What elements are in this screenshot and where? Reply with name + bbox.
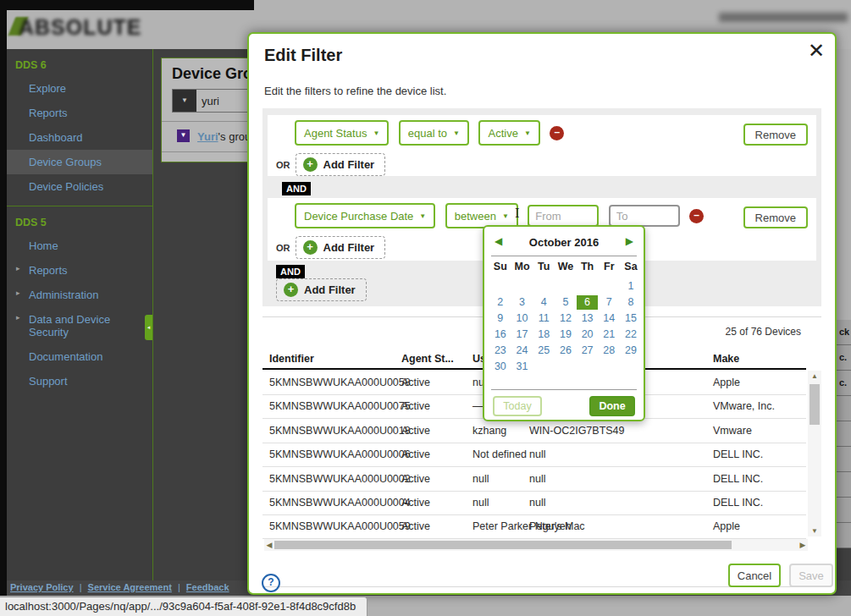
expand-arrow-icon[interactable]: ▸ [16,264,20,272]
footer-link-privacy-policy[interactable]: Privacy Policy [10,582,74,592]
sidebar-item-reports[interactable]: Reports [7,101,152,125]
footer-link-service-agreement[interactable]: Service Agreement [88,582,172,592]
calendar-day-19[interactable]: 19 [555,327,577,342]
date-to-input[interactable] [609,205,680,227]
save-button[interactable]: Save [789,564,833,587]
calendar-day-30[interactable]: 30 [489,360,511,374]
column-header-identifier[interactable]: Identifier [269,353,314,365]
sidebar-item-device-groups[interactable]: Device Groups [7,150,152,174]
add-filter-button[interactable]: +Add Filter [296,236,386,259]
calendar-day-1[interactable]: 1 [620,279,642,294]
calendar-day-18[interactable]: 18 [533,327,555,342]
filter-funnel-icon: ▼ [177,129,190,142]
table-row[interactable]: 5KMNSBWWUKAA000U0018ActivekzhangWIN-OC2I… [262,419,806,443]
value-dropdown[interactable]: Active▼ [478,120,539,146]
expand-arrow-icon[interactable]: ▸ [16,313,20,322]
sidebar-item-label: Device Groups [29,156,102,168]
sidebar-item-administration[interactable]: ▸Administration [7,283,152,307]
sidebar-item-explore[interactable]: Explore [7,76,152,101]
expand-arrow-icon[interactable]: ▸ [16,289,20,297]
horizontal-scrollbar[interactable]: ◀ ▶ [264,539,808,551]
column-header-make[interactable]: Make [713,353,739,365]
calendar-day-22[interactable]: 22 [620,327,642,342]
calendar-day-5[interactable]: 5 [555,295,577,310]
next-month-icon[interactable]: ▶ [626,235,633,247]
calendar-day-16[interactable]: 16 [489,327,511,342]
calendar-day-14[interactable]: 14 [598,311,620,326]
today-button[interactable]: Today [493,396,542,416]
scroll-left-icon[interactable]: ◀ [264,539,274,551]
sidebar-item-home[interactable]: Home [7,234,152,258]
calendar-day-12[interactable]: 12 [555,311,577,326]
search-filter-dropdown-icon[interactable]: ▼ [173,90,196,112]
sidebar-item-data-and-device-security[interactable]: ▸Data and Device Security [7,307,152,344]
table-cell: 5KMNSBWWUKAA000U0018 [269,425,411,437]
sidebar-item-dashboard[interactable]: Dashboard [7,125,152,150]
scroll-down-icon[interactable]: ▼ [808,527,821,535]
calendar-day-23[interactable]: 23 [489,344,511,358]
calendar-day-20[interactable]: 20 [577,327,599,342]
calendar-day-4[interactable]: 4 [533,295,555,310]
group-link[interactable]: Yuri [197,130,218,143]
sidebar-item-label: Reports [29,264,68,277]
table-row[interactable]: 5KMNSBWWUKAA000U0004ActivenullnullDELL I… [262,491,806,515]
vertical-scroll-thumb[interactable] [810,384,820,425]
table-row[interactable]: 5KMNSBWWUKAA000U0006ActiveNot definednul… [262,443,806,467]
table-cell: Active [401,425,430,437]
calendar-day-6[interactable]: 6 [577,295,599,310]
remove-condition-icon[interactable]: – [550,126,564,140]
calendar-day-31[interactable]: 31 [511,360,533,374]
done-button[interactable]: Done [589,396,635,416]
calendar-day-27[interactable]: 27 [577,344,599,358]
sidebar-item-documentation[interactable]: Documentation [7,344,152,369]
calendar-day-28[interactable]: 28 [598,344,620,358]
calendar-day-21[interactable]: 21 [598,327,620,342]
remove-condition-icon[interactable]: – [689,209,704,223]
sidebar-item-support[interactable]: Support [7,369,152,393]
sidebar-item-reports[interactable]: ▸Reports [7,258,152,283]
calendar-day-15[interactable]: 15 [620,311,642,326]
scroll-up-icon[interactable]: ▲ [808,372,821,380]
add-group-button[interactable]: +Add Filter [276,278,367,301]
vertical-scrollbar[interactable]: ▲ ▼ [808,371,821,536]
remove-group-button[interactable]: Remove [743,206,808,228]
table-cell: WIN-OC2IG7BTS49 [529,425,625,437]
table-row[interactable]: 5KMNSBWWUKAA000U0002ActivenullnullDELL I… [262,467,806,492]
calendar-day-7[interactable]: 7 [598,295,620,310]
help-icon[interactable]: ? [262,574,280,592]
scroll-right-icon[interactable]: ▶ [798,539,808,551]
calendar-day-9[interactable]: 9 [489,311,511,326]
day-of-week-label: Mo [511,261,533,272]
calendar-day-8[interactable]: 8 [620,295,642,310]
sidebar-nav: DDS 6ExploreReportsDashboardDevice Group… [7,49,152,393]
field-dropdown[interactable]: Agent Status▼ [295,120,389,146]
background-panel-edge [837,49,851,320]
calendar-day-2[interactable]: 2 [489,295,511,310]
calendar-day-empty [555,279,577,294]
column-header-agent-st-[interactable]: Agent St... [401,353,454,365]
calendar-day-13[interactable]: 13 [577,311,599,326]
calendar-day-25[interactable]: 25 [533,344,555,358]
sidebar: DDS 6ExploreReportsDashboardDevice Group… [7,49,153,580]
background-table-edge: ckc.c. [837,49,851,580]
sidebar-item-device-policies[interactable]: Device Policies [7,174,152,199]
footer-link-feedback[interactable]: Feedback [186,582,229,592]
sidebar-collapse-handle[interactable]: ◂ [145,315,152,340]
calendar-day-11[interactable]: 11 [533,311,555,326]
calendar-day-10[interactable]: 10 [511,311,533,326]
calendar-day-17[interactable]: 17 [511,327,533,342]
cancel-button[interactable]: Cancel [728,564,781,587]
table-row[interactable]: 5KMNSBWWUKAA000U0059ActivePeter Parker N… [262,514,806,539]
calendar-day-26[interactable]: 26 [555,344,577,358]
horizontal-scroll-thumb[interactable] [274,541,732,549]
calendar-day-29[interactable]: 29 [620,344,642,358]
calendar-day-24[interactable]: 24 [511,344,533,358]
add-filter-button[interactable]: +Add Filter [296,153,386,176]
calendar-day-3[interactable]: 3 [511,295,533,310]
remove-group-button[interactable]: Remove [743,124,808,146]
operator-dropdown[interactable]: equal to▼ [399,120,469,146]
group-search-input[interactable] [196,90,254,112]
field-dropdown[interactable]: Device Purchase Date▼ [295,203,435,228]
close-icon[interactable]: ✕ [808,41,825,61]
date-from-input[interactable] [528,205,599,227]
